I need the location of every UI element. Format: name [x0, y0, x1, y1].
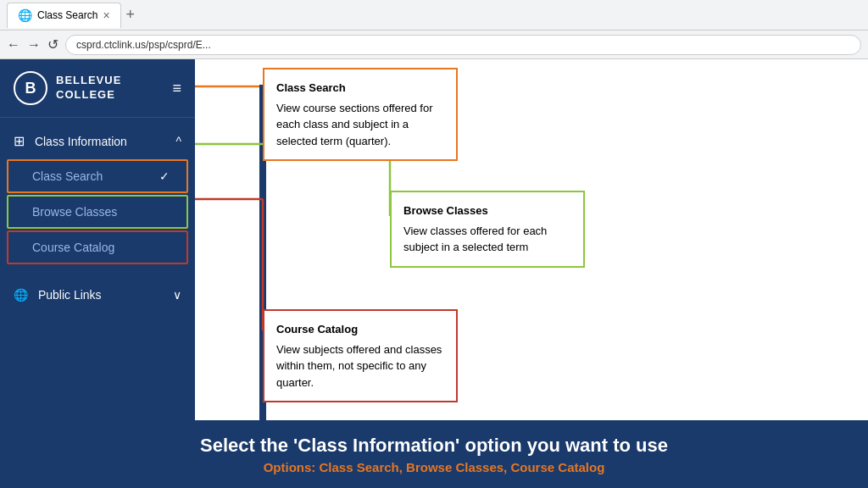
- class-search-box-title: Class Search: [276, 80, 444, 97]
- bottom-bar: Select the 'Class Information' option yo…: [0, 420, 868, 488]
- public-links-label: Public Links: [38, 288, 102, 302]
- college-logo: B: [14, 71, 47, 105]
- grid-icon: ⊞: [14, 134, 25, 148]
- check-mark: ✓: [159, 169, 170, 183]
- address-bar: ← → ↺: [0, 30, 868, 59]
- sidebar: B BELLEVUE COLLEGE ≡ ⊞ Class Information…: [0, 59, 195, 420]
- bottom-title: Select the 'Class Information' option yo…: [200, 435, 668, 457]
- section-label: Class Information: [35, 135, 127, 148]
- globe-icon: 🌐: [14, 288, 28, 302]
- tab-title: Class Search: [37, 9, 97, 21]
- course-catalog-label: Course Catalog: [32, 241, 114, 254]
- tab-close-button[interactable]: ×: [103, 8, 109, 22]
- main-content: B BELLEVUE COLLEGE ≡ ⊞ Class Information…: [0, 59, 868, 420]
- college-name: BELLEVUE COLLEGE: [56, 74, 121, 103]
- bottom-subtitle: Options: Class Search, Browse Classes, C…: [264, 460, 605, 474]
- browse-classes-info-box: Browse Classes View classes offered for …: [390, 191, 585, 268]
- page-area: Class Search View course sections offere…: [195, 59, 868, 420]
- class-search-box-desc: View course sections offered for each cl…: [276, 100, 444, 150]
- tab-favicon: 🌐: [18, 8, 32, 22]
- sidebar-item-class-search[interactable]: Class Search ✓: [7, 159, 188, 193]
- college-header: B BELLEVUE COLLEGE ≡: [0, 59, 195, 118]
- url-input[interactable]: [65, 35, 861, 55]
- class-search-label: Class Search: [32, 169, 103, 183]
- class-search-info-box: Class Search View course sections offere…: [263, 68, 458, 161]
- sidebar-item-course-catalog[interactable]: Course Catalog: [7, 230, 188, 264]
- browser-tab-bar: 🌐 Class Search × +: [0, 0, 868, 30]
- back-button[interactable]: ←: [7, 37, 20, 53]
- hamburger-button[interactable]: ≡: [172, 80, 181, 97]
- browse-classes-label: Browse Classes: [32, 205, 117, 219]
- forward-button[interactable]: →: [27, 37, 41, 53]
- browser-tab[interactable]: 🌐 Class Search ×: [7, 3, 121, 28]
- sidebar-item-browse-classes[interactable]: Browse Classes: [7, 195, 188, 229]
- course-catalog-info-box: Course Catalog View subjects offered and…: [263, 309, 458, 402]
- course-catalog-box-desc: View subjects offered and classes within…: [276, 341, 444, 391]
- course-catalog-box-title: Course Catalog: [276, 321, 444, 338]
- chevron-down-icon: ∨: [173, 288, 181, 302]
- browse-classes-box-title: Browse Classes: [403, 202, 571, 219]
- new-tab-button[interactable]: +: [121, 6, 141, 24]
- collapse-icon: ^: [175, 135, 181, 148]
- public-links-section[interactable]: 🌐 Public Links ∨: [0, 280, 195, 310]
- sidebar-section-header[interactable]: ⊞ Class Information ^: [0, 125, 195, 158]
- sidebar-section: ⊞ Class Information ^ Class Search ✓ Bro…: [0, 118, 195, 273]
- college-name-line2: COLLEGE: [56, 88, 121, 103]
- college-name-line1: BELLEVUE: [56, 74, 121, 88]
- browse-classes-box-desc: View classes offered for each subject in…: [403, 223, 571, 256]
- refresh-button[interactable]: ↺: [47, 36, 58, 53]
